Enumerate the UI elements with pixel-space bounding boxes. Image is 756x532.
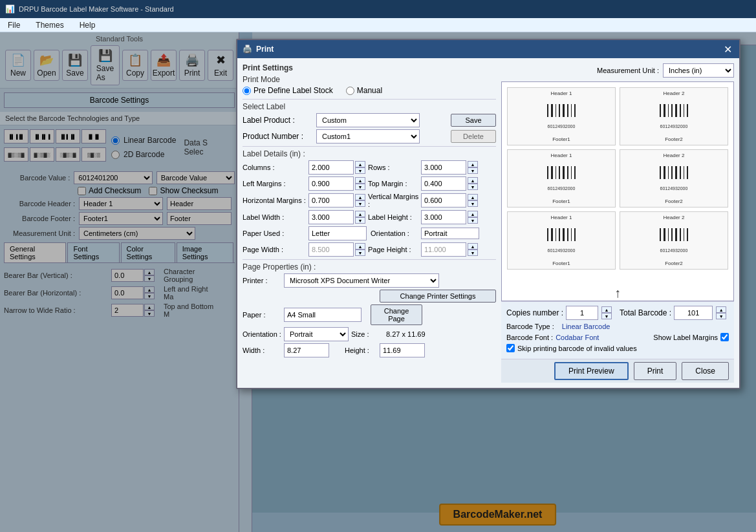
total-bc-group: Total Barcode : ▲ ▼ — [620, 306, 726, 320]
copies-input[interactable] — [566, 306, 598, 320]
change-page-btn[interactable]: Change Page — [371, 304, 422, 325]
height-input[interactable] — [380, 343, 425, 357]
lw-up[interactable]: ▲ — [355, 211, 365, 217]
pb15 — [574, 104, 576, 117]
paper-input[interactable] — [284, 308, 362, 322]
manual-radio[interactable] — [346, 87, 354, 95]
menu-themes[interactable]: Themes — [33, 19, 66, 31]
print-settings-title: Print Settings — [243, 63, 496, 72]
pb3 — [551, 104, 553, 117]
lw-down[interactable]: ▼ — [355, 217, 365, 224]
preview-num-6: 60124932000 — [660, 248, 688, 253]
pw-down[interactable]: ▼ — [355, 250, 365, 256]
preview-area: Header 1 60124932000 Footer1 Header 2 — [501, 81, 734, 301]
pb1 — [547, 104, 548, 117]
preview-header-5: Header 1 — [551, 215, 572, 220]
delete-button[interactable]: Delete — [451, 130, 496, 143]
pre-define-radio[interactable] — [243, 87, 251, 95]
preview-footer-1: Footer1 — [552, 136, 570, 142]
tm-down[interactable]: ▼ — [468, 184, 478, 190]
hm-down[interactable]: ▼ — [355, 200, 365, 207]
dialog-close-button[interactable]: ✕ — [721, 43, 734, 56]
save-button-dialog[interactable]: Save — [451, 114, 496, 127]
pb14 — [572, 104, 574, 117]
select-label-title: Select Label — [243, 102, 496, 111]
label-product-row: Label Product : Custom Save — [243, 113, 496, 127]
copies-down[interactable]: ▼ — [601, 313, 612, 319]
lh-up[interactable]: ▲ — [468, 211, 478, 217]
pb7 — [559, 104, 560, 117]
preview-barcode-1 — [547, 104, 576, 117]
left-margins-input[interactable] — [308, 176, 354, 191]
change-printer-btn[interactable]: Change Printer Settings — [380, 290, 496, 303]
label-product-select[interactable]: Custom — [316, 113, 420, 127]
columns-down[interactable]: ▼ — [355, 167, 365, 174]
pre-define-label: Pre Define Label Stock — [254, 86, 333, 95]
menu-help[interactable]: Help — [77, 19, 98, 31]
vm-down[interactable]: ▼ — [468, 200, 478, 207]
bc-type-label: Barcode Type : — [506, 323, 554, 330]
close-button[interactable]: Close — [682, 362, 729, 380]
label-height-label: Label Height : — [368, 213, 420, 221]
preview-footer-4: Footer2 — [665, 198, 683, 204]
print-settings-section: Print Settings Print Mode Pre Define Lab… — [243, 63, 496, 357]
lm-up[interactable]: ▲ — [355, 177, 365, 184]
print-mode-label: Print Mode — [243, 75, 496, 84]
columns-up[interactable]: ▲ — [355, 161, 365, 167]
ph-up[interactable]: ▲ — [468, 243, 478, 250]
pb11 — [567, 104, 568, 117]
size-label: Size : — [351, 330, 383, 338]
preview-header-1: Header 1 — [551, 90, 572, 96]
total-bc-input[interactable] — [674, 306, 713, 320]
show-margins-cb[interactable] — [720, 333, 729, 341]
rows-up[interactable]: ▲ — [468, 161, 478, 167]
vert-margins-input[interactable] — [421, 193, 466, 207]
menu-bar: File Themes Help — [0, 18, 756, 32]
label-width-label: Label Width : — [243, 213, 307, 221]
preview-num-3: 60124932000 — [548, 186, 576, 191]
preview-barcode-3 — [547, 166, 576, 179]
ph-down[interactable]: ▼ — [468, 250, 478, 256]
preview-footer-6: Footer2 — [665, 261, 683, 266]
orient-label2: Orientation : — [243, 330, 281, 338]
lh-down[interactable]: ▼ — [468, 217, 478, 224]
show-margins-label: Show Label Margins — [653, 334, 718, 341]
label-height-input[interactable] — [421, 210, 466, 224]
columns-input[interactable] — [308, 160, 354, 175]
hm-up[interactable]: ▲ — [355, 194, 365, 200]
bc-font-value: Codabar Font — [556, 334, 599, 341]
orient-select[interactable]: Portrait — [284, 327, 349, 341]
print-mode-row: Pre Define Label Stock Manual — [243, 86, 496, 95]
page-height-input[interactable] — [421, 242, 466, 257]
preview-grid: Header 1 60124932000 Footer1 Header 2 — [507, 87, 728, 270]
rows-input[interactable] — [421, 160, 466, 175]
pb13 — [571, 104, 572, 117]
pb5 — [556, 104, 556, 117]
tbc-down[interactable]: ▼ — [716, 313, 726, 319]
preview-barcode-5 — [547, 228, 576, 241]
measurement-unit-select[interactable]: Inches (in) — [663, 63, 734, 78]
width-input[interactable] — [284, 343, 329, 357]
dialog-title: 🖨️ Print — [243, 45, 274, 54]
menu-file[interactable]: File — [5, 19, 23, 31]
tbc-up[interactable]: ▲ — [716, 306, 726, 313]
printer-select[interactable]: Microsoft XPS Document Writer — [284, 273, 439, 288]
preview-cell-1: Header 1 60124932000 Footer1 — [507, 87, 616, 145]
print-preview-button[interactable]: Print Preview — [554, 362, 629, 380]
tm-up[interactable]: ▲ — [468, 177, 478, 184]
product-number-select[interactable]: Custom1 — [316, 129, 420, 144]
horiz-margins-input[interactable] — [308, 193, 354, 207]
copies-up[interactable]: ▲ — [601, 306, 612, 313]
dialog-overlay: 🖨️ Print ✕ Print Settings Print Mode — [0, 32, 756, 532]
rows-down[interactable]: ▼ — [468, 167, 478, 174]
columns-label: Columns : — [243, 164, 307, 171]
skip-cb[interactable] — [506, 344, 515, 352]
vm-up[interactable]: ▲ — [468, 194, 478, 200]
lm-down[interactable]: ▼ — [355, 184, 365, 190]
page-width-input[interactable] — [308, 242, 354, 257]
pw-up[interactable]: ▲ — [355, 243, 365, 250]
print-button[interactable]: Print — [634, 362, 677, 380]
preview-cell-6: Header 2 60124932000 Footer2 — [620, 211, 728, 270]
top-margin-input[interactable] — [421, 176, 466, 191]
label-width-input[interactable] — [308, 210, 354, 224]
